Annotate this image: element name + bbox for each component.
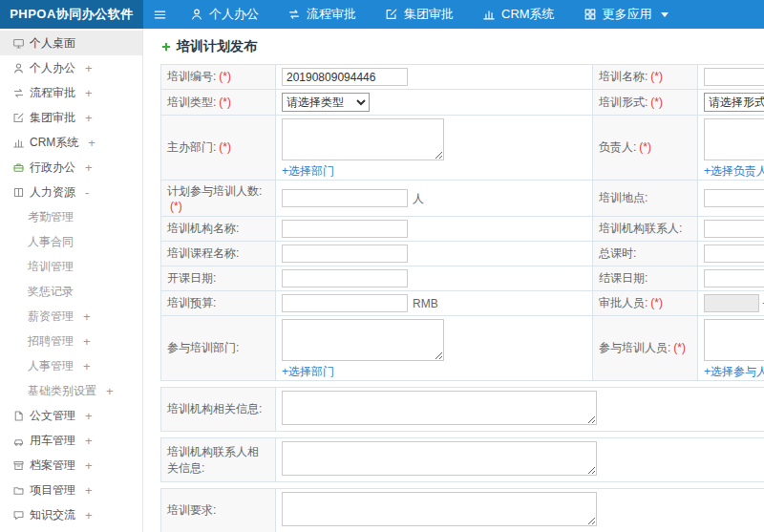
- sidebar-item-recruitment[interactable]: 招聘管理+: [0, 329, 142, 353]
- org-contact-input[interactable]: [704, 220, 764, 238]
- label-org-contact-info: 培训机构联系人相关信息:: [161, 438, 276, 482]
- expand-toggle[interactable]: +: [85, 87, 93, 99]
- label-host-dept: 主办部门:(*): [161, 116, 276, 181]
- label-text: 参与培训人员:: [599, 341, 670, 354]
- sidebar-item-hr[interactable]: 人力资源-: [0, 180, 142, 204]
- label-text: 培训预算:: [167, 296, 216, 309]
- chat-icon: [12, 509, 30, 521]
- folder-icon: [12, 484, 30, 497]
- end-date-input[interactable]: [704, 269, 764, 287]
- expand-toggle[interactable]: +: [85, 509, 93, 521]
- field-org-name: [276, 217, 593, 242]
- sidebar-item-label: 奖惩记录: [28, 284, 74, 300]
- expand-toggle[interactable]: +: [88, 137, 96, 149]
- training-name-input[interactable]: [704, 68, 764, 86]
- select-join-people-link[interactable]: +选择参与人员: [704, 365, 764, 378]
- leader-textarea[interactable]: [704, 118, 764, 160]
- sidebar-item-label: 培训管理: [28, 259, 74, 275]
- menu-label: 更多应用: [603, 6, 652, 23]
- host-dept-textarea[interactable]: [282, 118, 444, 160]
- sidebar-item-hr-contract[interactable]: 人事合同: [0, 229, 142, 254]
- sidebar-item-label: 项目管理: [30, 482, 75, 499]
- label-org-info: 培训机构相关信息:: [161, 388, 276, 432]
- label-text: 计划参与培训人数:: [167, 184, 262, 198]
- document-icon: [12, 410, 30, 422]
- sidebar-item-vehicle-mgmt[interactable]: 用车管理+: [0, 428, 142, 453]
- place-input[interactable]: [704, 189, 764, 207]
- approver-input[interactable]: [704, 294, 759, 312]
- expand-toggle[interactable]: +: [83, 310, 91, 323]
- join-people-textarea[interactable]: [704, 319, 764, 361]
- expand-toggle[interactable]: +: [85, 62, 93, 74]
- field-end-date: [698, 266, 764, 291]
- org-contact-info-textarea[interactable]: [282, 441, 597, 476]
- required-mark: (*): [219, 70, 231, 83]
- label-org-name: 培训机构名称:: [161, 217, 276, 242]
- budget-input[interactable]: [282, 294, 408, 312]
- label-text: 培训课程名称:: [167, 246, 239, 260]
- sidebar-item-knowledge[interactable]: 知识交流+: [0, 502, 142, 527]
- top-menu-group-approval[interactable]: 集团审批: [371, 0, 468, 29]
- training-type-select[interactable]: 请选择类型: [282, 93, 370, 112]
- total-hours-input[interactable]: [704, 245, 764, 263]
- sidebar-item-label: 档案管理: [30, 458, 75, 474]
- select-dept-link[interactable]: +选择部门: [282, 164, 334, 178]
- sidebar-item-salary[interactable]: 薪资管理+: [0, 304, 142, 329]
- field-start-date: [276, 266, 593, 291]
- sidebar-item-group-approval[interactable]: 集团审批+: [0, 105, 142, 130]
- menu-toggle-button[interactable]: [143, 0, 176, 29]
- top-menu-workflow-approval[interactable]: 流程审批: [273, 0, 371, 29]
- expand-toggle[interactable]: +: [85, 435, 93, 447]
- top-menu-personal-office[interactable]: 个人办公: [176, 0, 273, 29]
- training-require-textarea[interactable]: [282, 492, 597, 526]
- top-menu-more-apps[interactable]: 更多应用: [569, 0, 683, 29]
- org-name-input[interactable]: [282, 220, 408, 238]
- training-no-input[interactable]: [282, 68, 408, 86]
- label-training-type: 培训类型:(*): [161, 90, 276, 116]
- required-mark: (*): [673, 341, 686, 354]
- sidebar-item-personal-desktop[interactable]: 个人桌面: [0, 31, 142, 55]
- label-text: 培训要求:: [167, 503, 216, 517]
- sidebar-item-workflow-approval[interactable]: 流程审批+: [0, 80, 142, 105]
- expand-toggle[interactable]: +: [85, 112, 93, 124]
- expand-toggle[interactable]: +: [85, 161, 93, 174]
- sidebar-item-project-mgmt[interactable]: 项目管理+: [0, 478, 142, 502]
- expand-toggle[interactable]: +: [85, 459, 93, 472]
- sidebar-item-archive-mgmt[interactable]: 档案管理+: [0, 453, 142, 478]
- expand-toggle[interactable]: +: [85, 484, 93, 497]
- sidebar-item-training[interactable]: 培训管理: [0, 254, 142, 279]
- sidebar-item-base-category[interactable]: 基础类别设置+: [0, 378, 142, 403]
- collapse-toggle[interactable]: -: [85, 186, 89, 199]
- expand-toggle[interactable]: +: [83, 335, 91, 348]
- org-info-textarea[interactable]: [282, 391, 597, 425]
- select-join-dept-link[interactable]: +选择部门: [282, 365, 334, 378]
- sidebar-item-personal-office[interactable]: 个人办公+: [0, 55, 142, 80]
- field-training-mode: 请选择形式: [698, 90, 764, 116]
- sidebar-item-admin-office[interactable]: 行政办公+: [0, 155, 142, 180]
- form-row: 计划参与培训人数:(*) 人 培训地点:: [161, 181, 764, 217]
- expand-toggle[interactable]: +: [106, 385, 114, 397]
- planned-count-input[interactable]: [282, 189, 408, 207]
- join-dept-textarea[interactable]: [282, 319, 444, 361]
- sidebar-item-label: 薪资管理: [28, 309, 74, 325]
- grid-icon: [584, 8, 597, 21]
- label-text: 培训机构相关信息:: [167, 402, 262, 415]
- training-mode-select[interactable]: 请选择形式: [704, 93, 764, 112]
- sidebar-item-reward-record[interactable]: 奖惩记录: [0, 279, 142, 304]
- course-name-input[interactable]: [282, 245, 408, 263]
- sidebar-item-document-mgmt[interactable]: 公文管理+: [0, 403, 142, 428]
- expand-toggle[interactable]: +: [85, 410, 93, 422]
- sidebar-item-attendance[interactable]: 考勤管理: [0, 204, 142, 229]
- label-text: 审批人员:: [599, 296, 647, 309]
- car-icon: [12, 435, 30, 447]
- label-text: 结课日期:: [599, 271, 647, 285]
- expand-toggle[interactable]: +: [83, 360, 91, 372]
- sidebar-item-crm-system[interactable]: CRM系统+: [0, 130, 142, 155]
- sidebar-item-label: 集团审批: [30, 110, 75, 126]
- top-menu-crm-system[interactable]: CRM系统: [468, 0, 569, 29]
- select-leader-link[interactable]: +选择负责人: [704, 164, 764, 178]
- start-date-input[interactable]: [282, 269, 408, 287]
- unit-label: RMB: [413, 297, 438, 310]
- label-text: 培训编号:: [167, 70, 216, 83]
- sidebar-item-personnel[interactable]: 人事管理+: [0, 353, 142, 378]
